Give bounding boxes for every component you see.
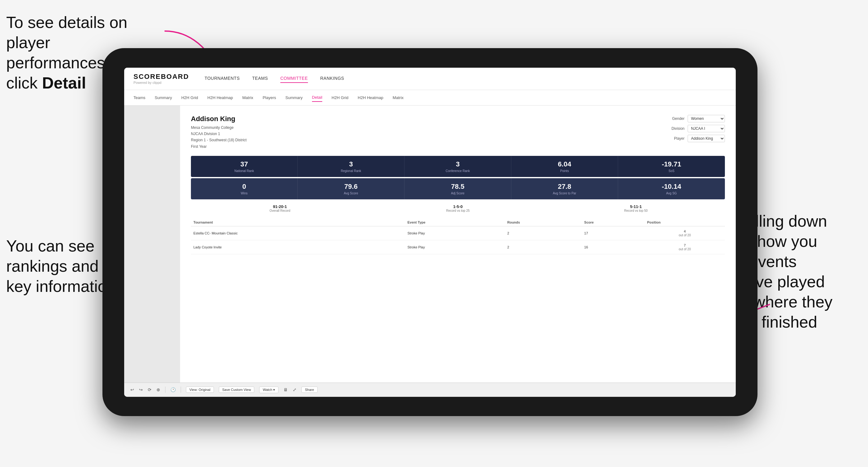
stat-avg-score: 79.6 Avg Score [298,178,404,199]
gender-filter-row: Gender Women [666,115,725,122]
logo-subtitle: Powered by clippd [133,81,189,85]
expand-icon[interactable]: ⤢ [293,387,297,392]
sub-nav: Teams Summary H2H Grid H2H Heatmap Matri… [124,90,736,105]
row2-rounds: 2 [505,240,582,254]
logo-area: SCOREBOARD Powered by clippd [133,73,189,85]
player-filter-row: Player Addison King [666,135,725,142]
stat-avg-score-to-par: 27.8 Avg Score to Par [511,178,618,199]
division-select[interactable]: NJCAA I [688,125,725,132]
player-year: First Year [191,145,207,149]
tournament-table: Tournament Event Type Rounds Score Posit… [191,219,725,254]
logo-title: SCOREBOARD [133,73,189,81]
stat-regional-rank: 3 Regional Rank [298,156,404,177]
subnav-summary2[interactable]: Summary [285,94,303,101]
row1-tournament: Estella CC- Mountain Classic [191,226,405,240]
row1-position: 4 out of 20 [645,226,725,240]
sidebar [124,105,180,382]
save-custom-view-btn[interactable]: Save Custom View [219,386,254,393]
separator2 [181,386,181,393]
subnav-teams[interactable]: Teams [133,94,145,101]
separator [165,386,165,393]
row2-tournament: Lady Coyote Invite [191,240,405,254]
row1-rounds: 2 [505,226,582,240]
subnav-summary[interactable]: Summary [155,94,172,101]
record-top50: 5-11-1 Record vs top 50 [547,204,725,212]
subnav-h2hheatmap[interactable]: H2H Heatmap [207,94,233,101]
record-top25: 1-5-0 Record vs top 25 [369,204,547,212]
stat-adj-score: 78.5 Adj Score [404,178,511,199]
stats-row-2: 0 Wins 79.6 Avg Score 78.5 Adj Score 27.… [191,178,725,199]
subnav-h2hheatmap2[interactable]: H2H Heatmap [358,94,383,101]
player-select[interactable]: Addison King [688,135,725,142]
tablet-screen: SCOREBOARD Powered by clippd TOURNAMENTS… [124,68,736,397]
subnav-h2hgrid2[interactable]: H2H Grid [332,94,348,101]
subnav-h2hgrid[interactable]: H2H Grid [181,94,198,101]
player-info: Addison King Mesa Community College NJCA… [191,115,247,150]
records-row: 91-20-1 Overall Record 1-5-0 Record vs t… [191,204,725,212]
table-row: Estella CC- Mountain Classic Stroke Play… [191,226,725,240]
record-overall: 91-20-1 Overall Record [191,204,369,212]
bottom-toolbar: ↩ ↪ ⟳ ⊕ 🕐 View: Original Save Custom Vie… [124,382,736,397]
stat-conference-rank: 3 Conference Rank [404,156,511,177]
row2-event-type: Stroke Play [405,240,504,254]
player-division: NJCAA Division 1 [191,132,220,136]
player-region: Region 1 - Southwest (18) District [191,138,247,142]
redo-icon[interactable]: ↪ [139,387,143,392]
nav-rankings[interactable]: RANKINGS [320,74,344,83]
subnav-matrix[interactable]: Matrix [242,94,253,101]
nav-items: TOURNAMENTS TEAMS COMMITTEE RANKINGS [205,74,344,83]
main-content: Addison King Mesa Community College NJCA… [124,105,736,382]
undo-icon[interactable]: ↩ [130,387,134,392]
row2-score: 16 [582,240,645,254]
stat-avg-sg: -10.14 Avg SG [618,178,725,199]
screen-icon[interactable]: 🖥 [283,387,288,392]
subnav-detail[interactable]: Detail [312,93,322,102]
row1-event-type: Stroke Play [405,226,504,240]
refresh-icon[interactable]: ⟳ [148,387,152,392]
col-score: Score [582,219,645,226]
nav-tournaments[interactable]: TOURNAMENTS [205,74,240,83]
player-name: Addison King [191,115,247,123]
zoom-icon[interactable]: ⊕ [156,387,160,392]
table-row: Lady Coyote Invite Stroke Play 2 16 7 ou… [191,240,725,254]
player-filters: Gender Women Division NJCAA I [666,115,725,142]
stat-points: 6.04 Points [511,156,618,177]
nav-committee[interactable]: COMMITTEE [280,74,308,83]
division-label: Division [666,126,685,131]
stat-sos: -19.71 SoS [618,156,725,177]
player-label: Player [666,136,685,141]
stats-row-1: 37 National Rank 3 Regional Rank 3 Confe… [191,156,725,177]
nav-teams[interactable]: TEAMS [252,74,268,83]
player-header: Addison King Mesa Community College NJCA… [191,115,725,150]
col-tournament: Tournament [191,219,405,226]
tablet-frame: SCOREBOARD Powered by clippd TOURNAMENTS… [102,48,757,416]
row1-score: 17 [582,226,645,240]
col-position: Position [645,219,725,226]
col-event-type: Event Type [405,219,504,226]
share-btn[interactable]: Share [302,386,317,393]
watch-btn[interactable]: Watch ▾ [259,386,278,393]
subnav-matrix2[interactable]: Matrix [393,94,404,101]
subnav-players[interactable]: Players [262,94,276,101]
stat-national-rank: 37 National Rank [191,156,298,177]
clock-icon[interactable]: 🕐 [170,387,176,392]
gender-label: Gender [666,117,685,121]
division-filter-row: Division NJCAA I [666,125,725,132]
view-original-btn[interactable]: View: Original [186,386,214,393]
top-nav: SCOREBOARD Powered by clippd TOURNAMENTS… [124,68,736,90]
row2-position: 7 out of 20 [645,240,725,254]
gender-select[interactable]: Women [688,115,725,122]
col-rounds: Rounds [505,219,582,226]
stat-wins: 0 Wins [191,178,298,199]
content-area: Addison King Mesa Community College NJCA… [180,105,736,382]
player-school: Mesa Community College [191,125,234,130]
